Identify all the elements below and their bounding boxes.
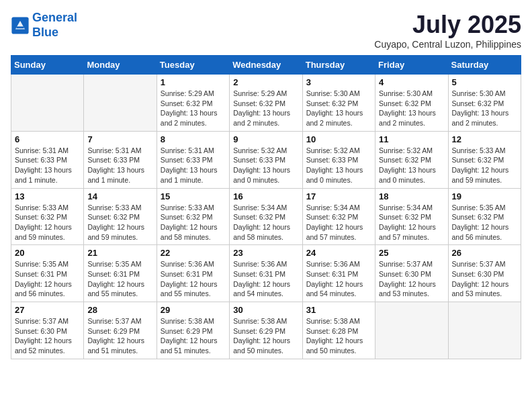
calendar-cell: 7Sunrise: 5:31 AM Sunset: 6:33 PM Daylig… xyxy=(84,131,157,188)
day-number: 22 xyxy=(161,248,226,258)
day-info: Sunrise: 5:33 AM Sunset: 6:32 PM Dayligh… xyxy=(161,203,226,242)
calendar-cell: 14Sunrise: 5:33 AM Sunset: 6:32 PM Dayli… xyxy=(84,188,157,245)
calendar-cell: 28Sunrise: 5:37 AM Sunset: 6:29 PM Dayli… xyxy=(84,302,157,359)
day-number: 13 xyxy=(15,191,80,201)
svg-rect-2 xyxy=(16,26,24,28)
day-number: 27 xyxy=(15,305,80,315)
calendar-cell: 20Sunrise: 5:35 AM Sunset: 6:31 PM Dayli… xyxy=(11,245,84,302)
calendar-cell: 13Sunrise: 5:33 AM Sunset: 6:32 PM Dayli… xyxy=(11,188,84,245)
calendar-cell: 22Sunrise: 5:36 AM Sunset: 6:31 PM Dayli… xyxy=(157,245,229,302)
day-info: Sunrise: 5:38 AM Sunset: 6:29 PM Dayligh… xyxy=(161,316,226,356)
day-number: 4 xyxy=(379,77,444,87)
calendar-cell xyxy=(375,302,448,359)
calendar-week-2: 6Sunrise: 5:31 AM Sunset: 6:33 PM Daylig… xyxy=(11,131,521,188)
day-info: Sunrise: 5:36 AM Sunset: 6:31 PM Dayligh… xyxy=(233,259,298,299)
day-info: Sunrise: 5:37 AM Sunset: 6:29 PM Dayligh… xyxy=(87,316,152,356)
calendar-cell: 9Sunrise: 5:32 AM Sunset: 6:33 PM Daylig… xyxy=(230,131,302,188)
day-number: 1 xyxy=(161,77,226,87)
day-number: 16 xyxy=(233,191,298,201)
weekday-header-row: SundayMondayTuesdayWednesdayThursdayFrid… xyxy=(11,56,521,75)
calendar-cell: 15Sunrise: 5:33 AM Sunset: 6:32 PM Dayli… xyxy=(157,188,229,245)
calendar-cell: 3Sunrise: 5:30 AM Sunset: 6:32 PM Daylig… xyxy=(302,75,375,132)
calendar-cell: 23Sunrise: 5:36 AM Sunset: 6:31 PM Dayli… xyxy=(230,245,302,302)
day-number: 7 xyxy=(87,134,152,144)
day-info: Sunrise: 5:38 AM Sunset: 6:29 PM Dayligh… xyxy=(233,316,298,356)
calendar-cell: 6Sunrise: 5:31 AM Sunset: 6:33 PM Daylig… xyxy=(11,131,84,188)
day-number: 14 xyxy=(87,191,152,201)
title-block: July 2025 Cuyapo, Central Luzon, Philipp… xyxy=(374,11,521,50)
logo: General Blue xyxy=(11,11,77,40)
calendar-cell: 31Sunrise: 5:38 AM Sunset: 6:28 PM Dayli… xyxy=(302,302,375,359)
day-number: 20 xyxy=(15,248,80,258)
day-number: 30 xyxy=(233,305,298,315)
day-info: Sunrise: 5:37 AM Sunset: 6:30 PM Dayligh… xyxy=(15,316,80,356)
day-number: 23 xyxy=(233,248,298,258)
day-info: Sunrise: 5:30 AM Sunset: 6:32 PM Dayligh… xyxy=(306,89,371,128)
calendar-cell xyxy=(448,302,521,359)
day-info: Sunrise: 5:34 AM Sunset: 6:32 PM Dayligh… xyxy=(379,203,444,242)
month-year: July 2025 xyxy=(374,11,521,39)
calendar-cell: 12Sunrise: 5:33 AM Sunset: 6:32 PM Dayli… xyxy=(448,131,521,188)
day-info: Sunrise: 5:33 AM Sunset: 6:32 PM Dayligh… xyxy=(452,146,517,185)
day-number: 17 xyxy=(306,191,371,201)
day-info: Sunrise: 5:32 AM Sunset: 6:32 PM Dayligh… xyxy=(379,146,444,185)
location: Cuyapo, Central Luzon, Philippines xyxy=(374,39,521,50)
day-number: 15 xyxy=(161,191,226,201)
day-number: 9 xyxy=(233,134,298,144)
day-info: Sunrise: 5:35 AM Sunset: 6:31 PM Dayligh… xyxy=(15,259,80,299)
calendar-cell: 19Sunrise: 5:35 AM Sunset: 6:32 PM Dayli… xyxy=(448,188,521,245)
calendar-cell: 18Sunrise: 5:34 AM Sunset: 6:32 PM Dayli… xyxy=(375,188,448,245)
day-info: Sunrise: 5:31 AM Sunset: 6:33 PM Dayligh… xyxy=(15,146,80,185)
day-info: Sunrise: 5:31 AM Sunset: 6:33 PM Dayligh… xyxy=(161,146,226,185)
calendar-cell: 2Sunrise: 5:29 AM Sunset: 6:32 PM Daylig… xyxy=(230,75,302,132)
day-info: Sunrise: 5:30 AM Sunset: 6:32 PM Dayligh… xyxy=(452,89,517,128)
weekday-header-monday: Monday xyxy=(84,56,157,75)
day-number: 8 xyxy=(161,134,226,144)
calendar-week-1: 1Sunrise: 5:29 AM Sunset: 6:32 PM Daylig… xyxy=(11,75,521,132)
page-header: General Blue July 2025 Cuyapo, Central L… xyxy=(11,11,521,50)
weekday-header-saturday: Saturday xyxy=(448,56,521,75)
day-number: 21 xyxy=(87,248,152,258)
day-info: Sunrise: 5:32 AM Sunset: 6:33 PM Dayligh… xyxy=(233,146,298,185)
day-number: 28 xyxy=(87,305,152,315)
day-info: Sunrise: 5:33 AM Sunset: 6:32 PM Dayligh… xyxy=(15,203,80,242)
day-info: Sunrise: 5:33 AM Sunset: 6:32 PM Dayligh… xyxy=(87,203,152,242)
calendar-table: SundayMondayTuesdayWednesdayThursdayFrid… xyxy=(11,55,521,359)
day-info: Sunrise: 5:37 AM Sunset: 6:30 PM Dayligh… xyxy=(452,259,517,299)
calendar-cell: 29Sunrise: 5:38 AM Sunset: 6:29 PM Dayli… xyxy=(157,302,229,359)
calendar-cell: 25Sunrise: 5:37 AM Sunset: 6:30 PM Dayli… xyxy=(375,245,448,302)
day-info: Sunrise: 5:29 AM Sunset: 6:32 PM Dayligh… xyxy=(233,89,298,128)
day-number: 24 xyxy=(306,248,371,258)
day-info: Sunrise: 5:35 AM Sunset: 6:32 PM Dayligh… xyxy=(452,203,517,242)
calendar-cell: 11Sunrise: 5:32 AM Sunset: 6:32 PM Dayli… xyxy=(375,131,448,188)
calendar-week-4: 20Sunrise: 5:35 AM Sunset: 6:31 PM Dayli… xyxy=(11,245,521,302)
day-number: 3 xyxy=(306,77,371,87)
logo-line2: Blue xyxy=(32,26,58,39)
day-info: Sunrise: 5:38 AM Sunset: 6:28 PM Dayligh… xyxy=(306,316,371,356)
day-number: 6 xyxy=(15,134,80,144)
day-number: 5 xyxy=(452,77,517,87)
calendar-cell: 21Sunrise: 5:35 AM Sunset: 6:31 PM Dayli… xyxy=(84,245,157,302)
day-number: 11 xyxy=(379,134,444,144)
day-info: Sunrise: 5:31 AM Sunset: 6:33 PM Dayligh… xyxy=(87,146,152,185)
calendar-cell: 8Sunrise: 5:31 AM Sunset: 6:33 PM Daylig… xyxy=(157,131,229,188)
day-info: Sunrise: 5:32 AM Sunset: 6:33 PM Dayligh… xyxy=(306,146,371,185)
calendar-week-3: 13Sunrise: 5:33 AM Sunset: 6:32 PM Dayli… xyxy=(11,188,521,245)
day-info: Sunrise: 5:37 AM Sunset: 6:30 PM Dayligh… xyxy=(379,259,444,299)
calendar-cell xyxy=(11,75,84,132)
logo-text: General Blue xyxy=(32,11,77,40)
calendar-cell: 24Sunrise: 5:36 AM Sunset: 6:31 PM Dayli… xyxy=(302,245,375,302)
calendar-cell: 27Sunrise: 5:37 AM Sunset: 6:30 PM Dayli… xyxy=(11,302,84,359)
weekday-header-wednesday: Wednesday xyxy=(230,56,302,75)
day-info: Sunrise: 5:34 AM Sunset: 6:32 PM Dayligh… xyxy=(233,203,298,242)
logo-line1: General xyxy=(32,11,77,24)
weekday-header-sunday: Sunday xyxy=(11,56,84,75)
day-info: Sunrise: 5:35 AM Sunset: 6:31 PM Dayligh… xyxy=(87,259,152,299)
day-number: 29 xyxy=(161,305,226,315)
day-info: Sunrise: 5:29 AM Sunset: 6:32 PM Dayligh… xyxy=(161,89,226,128)
calendar-cell: 5Sunrise: 5:30 AM Sunset: 6:32 PM Daylig… xyxy=(448,75,521,132)
day-number: 26 xyxy=(452,248,517,258)
calendar-cell: 10Sunrise: 5:32 AM Sunset: 6:33 PM Dayli… xyxy=(302,131,375,188)
day-info: Sunrise: 5:30 AM Sunset: 6:32 PM Dayligh… xyxy=(379,89,444,128)
day-number: 2 xyxy=(233,77,298,87)
